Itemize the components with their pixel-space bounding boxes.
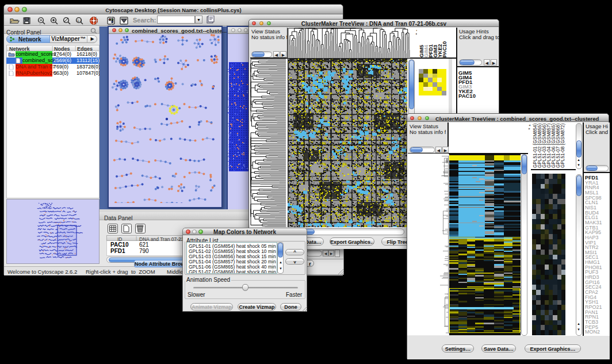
svg-text:PAC10: PAC10 — [442, 41, 447, 58]
svg-text:GPL51-08 (GSM872): GPL51-08 (GSM872) — [560, 123, 565, 168]
svg-text:1:1: 1:1 — [77, 19, 82, 22]
